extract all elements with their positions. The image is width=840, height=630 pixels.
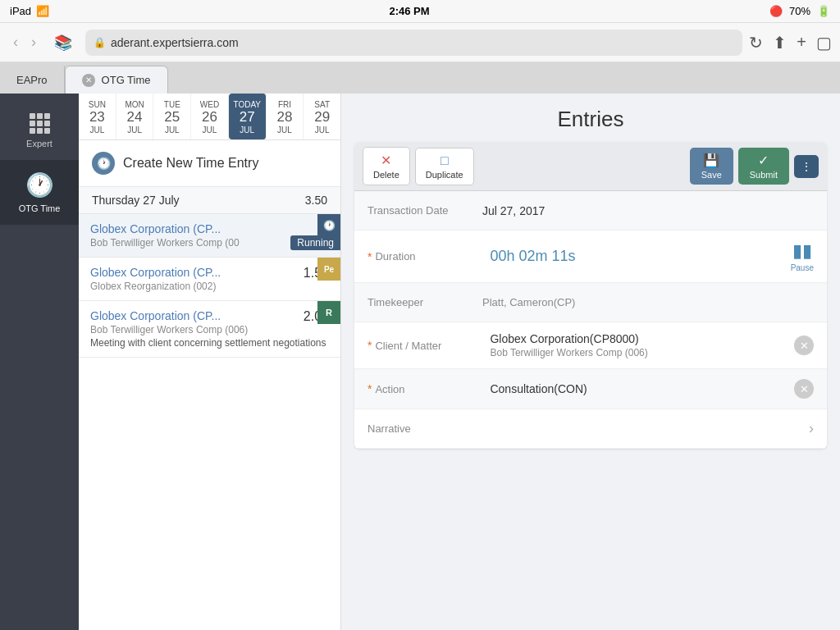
client-required: *: [368, 339, 372, 352]
timekeeper-value: Platt, Cameron(CP): [482, 296, 814, 308]
month-mon: JUL: [127, 126, 142, 135]
status-right: 🔴 70% 🔋: [769, 5, 830, 17]
day-sat[interactable]: SAT 29 JUL: [304, 94, 340, 139]
dow-mon: MON: [125, 100, 144, 109]
pause-label: Pause: [791, 263, 814, 272]
duplicate-icon: □: [441, 153, 449, 168]
sidebar: Expert 🕐 OTG Time: [0, 94, 79, 630]
duplicate-button[interactable]: □ Duplicate: [415, 148, 474, 185]
field-timekeeper: Timekeeper Platt, Cameron(CP): [354, 283, 827, 322]
day-tue[interactable]: TUE 25 JUL: [153, 94, 191, 139]
field-narrative[interactable]: Narrative ›: [354, 409, 827, 449]
new-tab-button[interactable]: +: [797, 33, 806, 52]
field-action[interactable]: * Action Consultation(CON) ✕: [354, 369, 827, 409]
tab-otgtime-close[interactable]: ✕: [82, 74, 95, 87]
left-panel: SUN 23 JUL MON 24 JUL TUE 25 JUL WED 26 …: [79, 94, 341, 630]
day-wed[interactable]: WED 26 JUL: [191, 94, 229, 139]
badge-icon-1: 🕐: [323, 220, 336, 231]
submit-icon: ✓: [758, 153, 769, 168]
entry-client-1: Globex Corporation (CP...: [90, 222, 329, 235]
lock-icon: 🔒: [94, 37, 106, 48]
dow-tue: TUE: [164, 100, 180, 109]
right-panel: Entries ✕ Delete □ Duplicate 💾 Save: [341, 94, 840, 630]
entries-list: 🕐 Globex Corporation (CP... Bob Terwilli…: [79, 214, 340, 630]
num-sat: 29: [314, 109, 330, 126]
ipad-label: iPad: [10, 5, 31, 17]
duplicate-label: Duplicate: [426, 170, 463, 180]
action-label: Action: [375, 383, 490, 395]
dow-wed: WED: [200, 100, 219, 109]
sidebar-item-expert[interactable]: Expert: [0, 102, 79, 160]
day-sun[interactable]: SUN 23 JUL: [79, 94, 116, 139]
pause-icon: ▮▮: [792, 240, 812, 262]
day-today[interactable]: TODAY 27 JUL: [229, 94, 267, 139]
new-entry-button[interactable]: 🕐 Create New Time Entry: [79, 140, 340, 187]
date-header: Thursday 27 July 3.50: [79, 187, 340, 214]
num-sun: 23: [89, 109, 105, 126]
month-sat: JUL: [315, 126, 330, 135]
form-card: ✕ Delete □ Duplicate 💾 Save ✓ Submit ⋮: [354, 142, 827, 449]
url-bar[interactable]: 🔒 aderant.expertsierra.com: [85, 30, 742, 56]
pause-button[interactable]: ▮▮ Pause: [791, 240, 814, 272]
action-required: *: [368, 382, 372, 395]
date-header-hours: 3.50: [305, 194, 327, 207]
tab-otgtime-label: OTG Time: [102, 74, 151, 86]
week-calendar: SUN 23 JUL MON 24 JUL TUE 25 JUL WED 26 …: [79, 94, 340, 140]
dow-sun: SUN: [89, 100, 106, 109]
month-wed: JUL: [203, 126, 217, 135]
more-options-button[interactable]: ⋮: [794, 155, 819, 178]
clock-icon: 🕐: [25, 171, 54, 199]
entry-card-1[interactable]: 🕐 Globex Corporation (CP... Bob Terwilli…: [79, 214, 340, 258]
action-value: Consultation(CON): [490, 382, 788, 395]
save-label: Save: [701, 170, 722, 180]
narrative-label: Narrative: [368, 422, 482, 435]
submit-button[interactable]: ✓ Submit: [738, 148, 789, 185]
num-fri: 28: [276, 109, 292, 126]
entry-card-2[interactable]: Pe Globex Corporation (CP... Globex Reor…: [79, 258, 340, 301]
client-value: Globex Corporation(CP8000): [490, 332, 788, 345]
transaction-date-value: Jul 27, 2017: [482, 204, 814, 217]
month-sun: JUL: [89, 126, 104, 135]
tab-otgtime[interactable]: ✕ OTG Time: [65, 66, 168, 94]
battery-label: 70%: [789, 5, 810, 17]
delete-label: Delete: [373, 170, 399, 180]
day-mon[interactable]: MON 24 JUL: [116, 94, 154, 139]
clear-client-button[interactable]: ✕: [794, 336, 814, 355]
entry-badge-2: Pe: [317, 258, 340, 281]
entry-badge-1: 🕐: [317, 214, 340, 237]
duration-required: *: [368, 250, 372, 263]
month-today: JUL: [240, 126, 254, 135]
running-label: Running: [290, 235, 340, 250]
num-tue: 25: [164, 109, 180, 126]
num-mon: 24: [127, 109, 143, 126]
forward-button[interactable]: ›: [26, 30, 41, 54]
field-client-matter[interactable]: * Client / Matter Globex Corporation(CP8…: [354, 322, 827, 369]
client-matter-label: Client / Matter: [375, 340, 490, 352]
tab-eapro-label: EAPro: [16, 74, 48, 86]
new-entry-label: Create New Time Entry: [123, 156, 258, 171]
back-button[interactable]: ‹: [8, 30, 23, 54]
entry-card-header-2: Globex Corporation (CP... Globex Reorgan…: [90, 266, 329, 292]
browser-actions: ↻ ⬆ + ▢: [749, 33, 832, 52]
reload-button[interactable]: ↻: [749, 33, 763, 52]
timekeeper-label: Timekeeper: [368, 296, 482, 308]
entry-card-3[interactable]: R Globex Corporation (CP... Bob Terwilli…: [79, 301, 340, 358]
app-body: Expert 🕐 OTG Time SUN 23 JUL MON 24 JUL …: [0, 94, 840, 630]
delete-icon: ✕: [381, 153, 391, 168]
tabs-bar: EAPro ✕ OTG Time: [0, 62, 840, 94]
month-tue: JUL: [165, 126, 180, 135]
tab-eapro[interactable]: EAPro: [0, 66, 65, 94]
share-button[interactable]: ⬆: [773, 33, 787, 52]
save-button[interactable]: 💾 Save: [690, 148, 733, 185]
chevron-right-icon: ›: [809, 420, 814, 437]
clear-action-button[interactable]: ✕: [794, 379, 814, 399]
duration-label: Duration: [375, 250, 490, 262]
sidebar-item-otgtime[interactable]: 🕐 OTG Time: [0, 160, 79, 225]
date-header-label: Thursday 27 July: [92, 194, 180, 207]
delete-button[interactable]: ✕ Delete: [363, 147, 410, 185]
tabs-button[interactable]: ▢: [816, 33, 832, 52]
day-fri[interactable]: FRI 28 JUL: [267, 94, 304, 139]
status-left: iPad 📶: [10, 5, 49, 17]
bookmarks-button[interactable]: 📚: [48, 30, 79, 55]
dow-today: TODAY: [233, 100, 261, 109]
